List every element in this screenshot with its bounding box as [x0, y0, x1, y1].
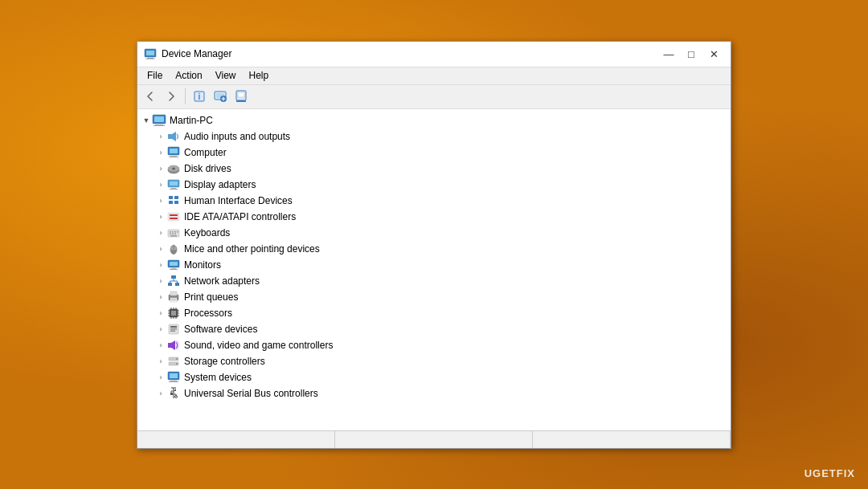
disk-chevron: ›	[155, 165, 166, 173]
ide-icon	[166, 210, 181, 223]
toolbar-separator-1	[185, 88, 186, 104]
svg-rect-92	[170, 393, 173, 395]
display-icon	[166, 178, 181, 191]
svg-rect-28	[170, 189, 178, 189]
computer-chevron: ›	[155, 149, 166, 157]
display-chevron: ›	[155, 181, 166, 189]
svg-rect-90	[169, 381, 178, 382]
mice-label: Mice and other pointing devices	[184, 243, 320, 255]
software-label: Software devices	[184, 324, 257, 335]
back-button[interactable]	[141, 87, 160, 106]
status-segment-1	[137, 431, 335, 448]
hid-icon	[166, 194, 181, 207]
tree-item-keyboards[interactable]: › Keyboards	[137, 225, 731, 241]
svg-point-24	[172, 167, 175, 169]
monitors-icon	[166, 259, 181, 271]
status-segment-3	[533, 431, 731, 448]
tree-item-computer[interactable]: › Computer	[137, 145, 731, 161]
print-label: Print queues	[184, 291, 238, 303]
svg-rect-21	[169, 157, 178, 157]
system-label: System devices	[184, 372, 252, 383]
tree-item-software[interactable]: › Software devices	[137, 321, 731, 337]
svg-rect-35	[170, 218, 178, 219]
svg-rect-48	[170, 262, 178, 266]
svg-rect-38	[172, 231, 174, 233]
tree-item-mice[interactable]: › Mice and other pointing devices	[137, 241, 731, 257]
tree-item-ide[interactable]: › IDE ATA/ATAPI controllers	[137, 209, 731, 225]
tree-item-hid[interactable]: › Human Interface Devices	[137, 193, 731, 209]
hid-label: Human Interface Devices	[184, 195, 293, 206]
tree-root[interactable]: ▼ Martin-PC	[137, 112, 731, 128]
ide-chevron: ›	[155, 213, 166, 221]
device-manager-window: Device Manager — □ ✕ File Action View He…	[137, 41, 731, 449]
processors-label: Processors	[184, 308, 232, 319]
scan-button[interactable]	[231, 87, 251, 106]
svg-rect-78	[170, 326, 177, 328]
svg-rect-80	[170, 330, 175, 332]
tree-item-audio[interactable]: › Audio inputs and outputs	[137, 128, 731, 145]
tree-item-processors[interactable]: › Proces	[137, 305, 731, 321]
update-driver-button[interactable]	[211, 87, 230, 106]
sound-chevron: ›	[155, 341, 166, 349]
usb-icon	[166, 387, 181, 400]
window-controls: — □ ✕	[658, 45, 724, 63]
sound-icon	[166, 339, 181, 352]
audio-chevron: ›	[155, 132, 166, 141]
monitors-chevron: ›	[155, 261, 166, 269]
svg-rect-3	[145, 59, 155, 59]
tree-item-system[interactable]: › System devices	[137, 369, 731, 385]
menu-bar: File Action View Help	[137, 67, 731, 85]
svg-rect-81	[168, 343, 171, 348]
tree-item-monitors[interactable]: › Monitors	[137, 257, 731, 273]
tree-item-network[interactable]: › Network adapters	[137, 273, 731, 289]
maximize-button[interactable]: □	[681, 45, 702, 63]
menu-view[interactable]: View	[209, 68, 243, 83]
svg-rect-34	[170, 214, 178, 216]
tree-item-print[interactable]: › Print queues	[137, 289, 731, 305]
svg-rect-59	[170, 291, 177, 295]
svg-rect-40	[177, 231, 178, 233]
system-chevron: ›	[155, 373, 166, 381]
tree-item-disk[interactable]: › Disk drives	[137, 161, 731, 177]
network-label: Network adapters	[184, 275, 260, 287]
keyboards-chevron: ›	[155, 229, 166, 237]
svg-text:i: i	[199, 92, 201, 101]
ide-label: IDE ATA/ATAPI controllers	[184, 211, 296, 222]
menu-action[interactable]: Action	[169, 68, 208, 83]
processors-icon	[166, 307, 181, 320]
menu-file[interactable]: File	[141, 68, 169, 83]
tree-item-storage[interactable]: › Storage controllers	[137, 353, 731, 369]
system-icon	[166, 371, 181, 384]
keyboard-icon	[166, 226, 181, 239]
menu-help[interactable]: Help	[243, 68, 276, 83]
tree-item-usb[interactable]: › Universal Serial Bus controllers	[137, 385, 731, 401]
svg-rect-29	[169, 196, 173, 199]
svg-rect-50	[170, 269, 178, 270]
svg-rect-19	[170, 149, 178, 153]
computer-label: Computer	[184, 147, 227, 158]
computer-icon	[166, 146, 181, 159]
minimize-button[interactable]: —	[658, 45, 679, 63]
network-chevron: ›	[155, 277, 166, 285]
svg-rect-37	[170, 231, 171, 233]
properties-button[interactable]: i	[190, 87, 209, 106]
title-bar: Device Manager — □ ✕	[137, 42, 731, 67]
svg-rect-31	[169, 201, 173, 204]
svg-rect-1	[146, 51, 154, 55]
mouse-icon	[166, 242, 181, 255]
storage-chevron: ›	[155, 357, 166, 365]
tree-item-sound[interactable]: › Sound, video and game controllers	[137, 337, 731, 353]
close-button[interactable]: ✕	[703, 45, 724, 63]
svg-point-85	[176, 358, 178, 360]
root-label: Martin-PC	[170, 115, 213, 126]
device-tree: ▼ Martin-PC › Audio input	[137, 109, 731, 430]
forward-button[interactable]	[162, 87, 181, 106]
print-icon	[166, 291, 181, 304]
software-icon	[166, 323, 181, 336]
tree-item-display[interactable]: › Display adapters	[137, 177, 731, 193]
svg-rect-53	[175, 283, 179, 286]
svg-point-86	[176, 363, 178, 365]
keyboards-label: Keyboards	[184, 227, 230, 238]
svg-rect-61	[171, 299, 176, 300]
mice-chevron: ›	[155, 245, 166, 253]
